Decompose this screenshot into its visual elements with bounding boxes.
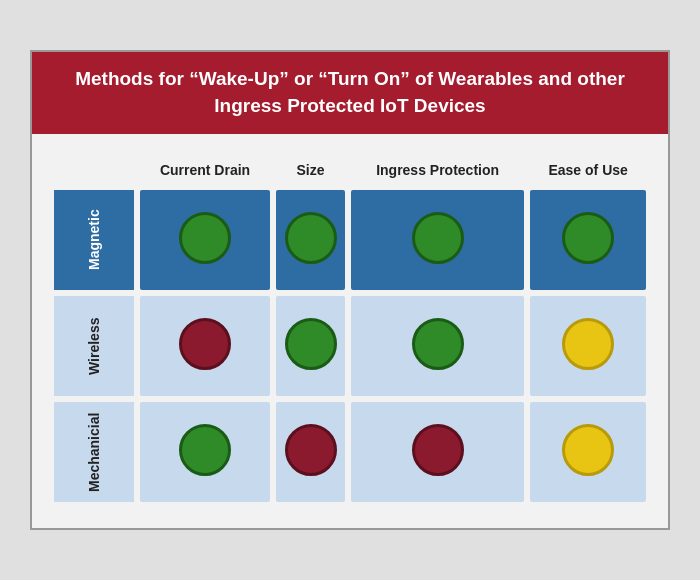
row-label-mechanicial: Mechanicial (54, 402, 134, 502)
title-bar: Methods for “Wake-Up” or “Turn On” of We… (32, 52, 668, 133)
cell-1-1 (276, 296, 345, 396)
dot-yellow (562, 424, 614, 476)
header-ease: Ease of Use (530, 156, 646, 184)
cell-1-3 (530, 296, 646, 396)
header-empty (54, 156, 134, 184)
cell-1-0 (140, 296, 270, 396)
cell-1-2 (351, 296, 524, 396)
dot-green (179, 212, 231, 264)
dot-green (285, 318, 337, 370)
row-label-wireless: Wireless (54, 296, 134, 396)
header-current-drain: Current Drain (140, 156, 270, 184)
dot-green (179, 424, 231, 476)
dot-green (412, 212, 464, 264)
cell-2-3 (530, 402, 646, 502)
dot-green (412, 318, 464, 370)
card: Methods for “Wake-Up” or “Turn On” of We… (30, 50, 670, 529)
row-label-magnetic: Magnetic (54, 190, 134, 290)
cell-0-2 (351, 190, 524, 290)
cell-0-1 (276, 190, 345, 290)
comparison-table: Current Drain Size Ingress Protection Ea… (48, 150, 652, 508)
dot-red (179, 318, 231, 370)
dot-green (285, 212, 337, 264)
table-row: Wireless (54, 296, 646, 396)
cell-2-2 (351, 402, 524, 502)
header-ingress: Ingress Protection (351, 156, 524, 184)
table-row: Mechanicial (54, 402, 646, 502)
dot-yellow (562, 318, 614, 370)
cell-0-3 (530, 190, 646, 290)
cell-2-0 (140, 402, 270, 502)
cell-2-1 (276, 402, 345, 502)
title-text: Methods for “Wake-Up” or “Turn On” of We… (75, 68, 625, 116)
table-row: Magnetic (54, 190, 646, 290)
dot-green (562, 212, 614, 264)
cell-0-0 (140, 190, 270, 290)
dot-red (285, 424, 337, 476)
table-area: Current Drain Size Ingress Protection Ea… (32, 134, 668, 528)
dot-red (412, 424, 464, 476)
header-size: Size (276, 156, 345, 184)
